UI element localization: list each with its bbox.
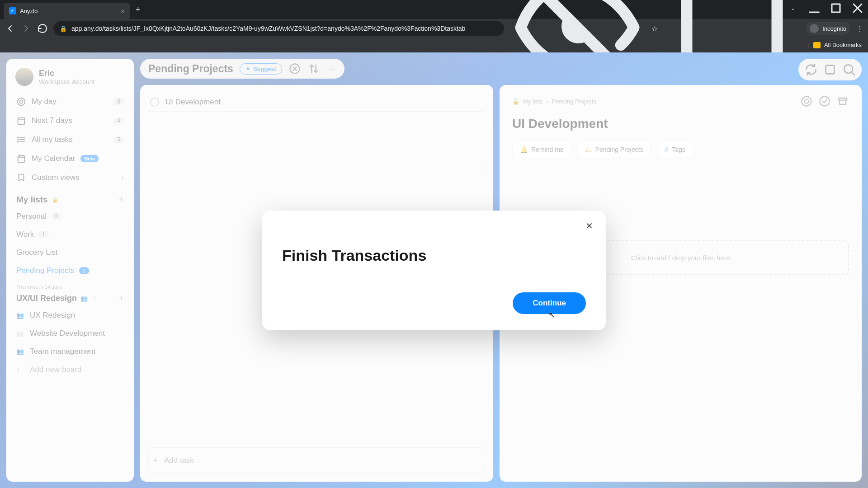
minimize-window-button[interactable]: [804, 0, 825, 16]
url-text: app.any.do/tasks/lists/JF_Ix0QxKjtjnA2to…: [71, 25, 465, 32]
tabs-dropdown-icon[interactable]: ⌄: [782, 0, 803, 16]
modal-overlay[interactable]: ✕ Finish Transactions Continue: [0, 52, 868, 488]
close-window-button[interactable]: [847, 0, 868, 16]
incognito-indicator[interactable]: Incognito: [806, 22, 850, 35]
bookmarks-folder-icon: [813, 42, 821, 48]
tab-title: Any.do: [20, 8, 117, 14]
favicon: [9, 7, 16, 14]
incognito-icon: [810, 24, 819, 33]
all-bookmarks-link[interactable]: All Bookmarks: [824, 42, 862, 48]
continue-button[interactable]: Continue: [513, 292, 586, 314]
browser-menu-icon[interactable]: ⋮: [856, 24, 863, 33]
address-bar[interactable]: 🔒 app.any.do/tasks/lists/JF_Ix0QxKjtjnA2…: [53, 21, 504, 36]
incognito-label: Incognito: [822, 25, 846, 32]
app-viewport: Eric Workspace Account My day 3 Next 7 d…: [0, 52, 868, 488]
continue-label: Continue: [533, 299, 566, 307]
new-tab-button[interactable]: +: [136, 5, 141, 14]
forward-button[interactable]: [21, 23, 32, 34]
modal-close-button[interactable]: ✕: [585, 221, 593, 231]
svg-rect-1: [832, 4, 840, 12]
back-button[interactable]: [5, 23, 15, 34]
close-tab-icon[interactable]: ×: [121, 7, 125, 15]
browser-tab[interactable]: Any.do ×: [4, 3, 130, 19]
modal-title: Finish Transactions: [282, 247, 586, 264]
maximize-window-button[interactable]: [826, 0, 846, 16]
lock-icon: 🔒: [60, 25, 67, 32]
reload-button[interactable]: [37, 23, 48, 34]
browser-toolbar: 🔒 app.any.do/tasks/lists/JF_Ix0QxKjtjnA2…: [0, 19, 868, 38]
star-icon[interactable]: ☆: [651, 24, 658, 33]
modal: ✕ Finish Transactions Continue: [262, 211, 606, 330]
